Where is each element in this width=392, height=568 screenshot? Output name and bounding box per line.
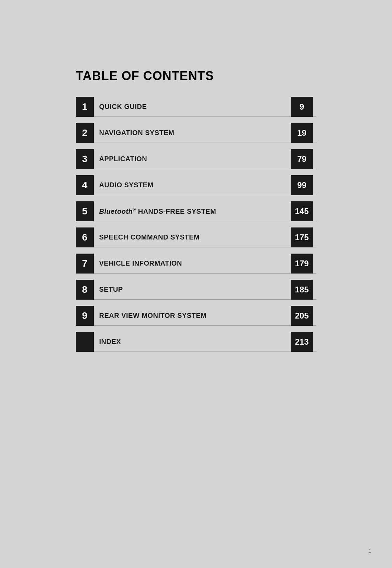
toc-page-number: 179 (291, 254, 313, 274)
toc-page-number: 79 (291, 149, 313, 169)
toc-row[interactable]: 9REAR VIEW MONITOR SYSTEM205 (76, 306, 316, 326)
toc-row[interactable]: 6SPEECH COMMAND SYSTEM175 (76, 227, 316, 247)
toc-label-text: Bluetooth® HANDS-FREE SYSTEM (99, 207, 291, 215)
page-container: TABLE OF CONTENTS 1QUICK GUIDE92NAVIGATI… (0, 0, 392, 568)
toc-page-number: 205 (291, 306, 313, 326)
toc-list: 1QUICK GUIDE92NAVIGATION SYSTEM193APPLIC… (76, 97, 316, 352)
page-title: TABLE OF CONTENTS (76, 69, 316, 83)
toc-label-row: VEHICLE INFORMATION179 (94, 254, 316, 274)
toc-label-row: APPLICATION79 (94, 149, 316, 169)
toc-page-number: 99 (291, 175, 313, 195)
toc-label-text: REAR VIEW MONITOR SYSTEM (99, 312, 291, 320)
toc-label-text: SPEECH COMMAND SYSTEM (99, 233, 291, 241)
toc-page-number: 213 (291, 332, 313, 352)
toc-label-row: Bluetooth® HANDS-FREE SYSTEM145 (94, 201, 316, 221)
toc-page-number: 19 (291, 123, 313, 143)
footer-page-number: 1 (368, 548, 371, 554)
toc-label-text: NAVIGATION SYSTEM (99, 129, 291, 137)
toc-page-number: 185 (291, 280, 313, 300)
toc-row[interactable]: 4AUDIO SYSTEM99 (76, 175, 316, 195)
toc-row[interactable]: 7VEHICLE INFORMATION179 (76, 254, 316, 274)
toc-label-text: AUDIO SYSTEM (99, 181, 291, 189)
toc-label-text: APPLICATION (99, 155, 291, 163)
toc-row[interactable]: 3APPLICATION79 (76, 149, 316, 169)
toc-number-box: 3 (76, 149, 94, 169)
toc-label-row: QUICK GUIDE9 (94, 97, 316, 117)
toc-number-box: 4 (76, 175, 94, 195)
toc-number-box: 8 (76, 280, 94, 300)
toc-label-row: SPEECH COMMAND SYSTEM175 (94, 227, 316, 247)
content-wrapper: TABLE OF CONTENTS 1QUICK GUIDE92NAVIGATI… (76, 69, 316, 358)
toc-label-row: AUDIO SYSTEM99 (94, 175, 316, 195)
toc-number-box: 6 (76, 227, 94, 247)
toc-label-row: SETUP185 (94, 280, 316, 300)
toc-row[interactable]: 2NAVIGATION SYSTEM19 (76, 123, 316, 143)
toc-row[interactable]: 5Bluetooth® HANDS-FREE SYSTEM145 (76, 201, 316, 221)
toc-label-row: REAR VIEW MONITOR SYSTEM205 (94, 306, 316, 326)
toc-label-row: INDEX213 (94, 332, 316, 352)
toc-number-box: 2 (76, 123, 94, 143)
toc-label-text: VEHICLE INFORMATION (99, 259, 291, 267)
toc-label-text: SETUP (99, 286, 291, 293)
toc-page-number: 145 (291, 201, 313, 221)
toc-page-number: 175 (291, 227, 313, 247)
toc-page-number: 9 (291, 97, 313, 117)
toc-label-row: NAVIGATION SYSTEM19 (94, 123, 316, 143)
toc-row[interactable]: INDEX213 (76, 332, 316, 352)
toc-row[interactable]: 1QUICK GUIDE9 (76, 97, 316, 117)
toc-number-box: 5 (76, 201, 94, 221)
toc-label-text: INDEX (99, 338, 291, 346)
toc-label-text: QUICK GUIDE (99, 103, 291, 111)
toc-number-box: 1 (76, 97, 94, 117)
toc-number-box: 9 (76, 306, 94, 326)
toc-number-box (76, 332, 94, 352)
toc-number-box: 7 (76, 254, 94, 274)
toc-row[interactable]: 8SETUP185 (76, 280, 316, 300)
